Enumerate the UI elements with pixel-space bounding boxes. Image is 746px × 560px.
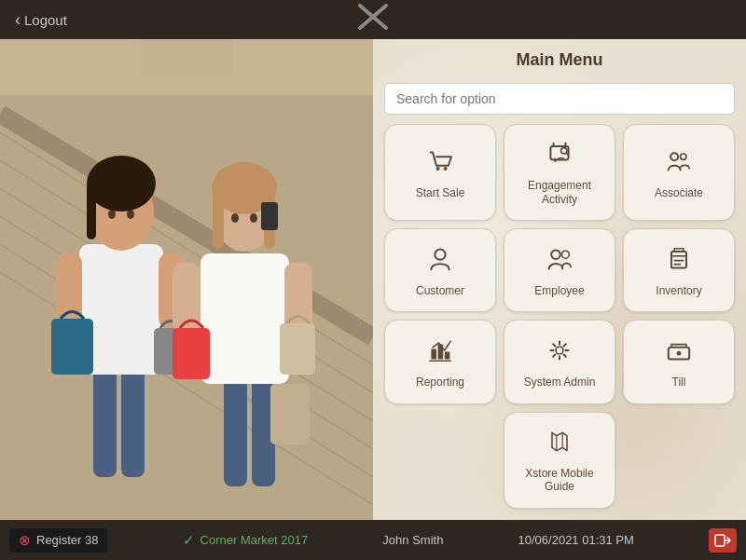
start-sale-label: Start Sale — [416, 186, 465, 199]
svg-rect-15 — [56, 253, 82, 328]
employee-icon — [545, 244, 574, 279]
top-bar: ‹ Logout — [0, 0, 746, 39]
main-menu-title: Main Menu — [384, 50, 735, 70]
inventory-button[interactable]: Inventory — [623, 228, 735, 312]
employee-button[interactable]: Employee — [504, 228, 615, 312]
register-label: Register 38 — [36, 533, 98, 547]
right-menu-panel: Main Menu Start Sale — [373, 39, 746, 520]
svg-point-45 — [435, 249, 445, 259]
associate-label: Associate — [655, 186, 703, 199]
app-logo — [356, 4, 390, 36]
register-status: ⊗ Register 38 — [9, 528, 107, 553]
mobile-guide-icon — [545, 427, 574, 461]
svg-point-18 — [87, 156, 156, 212]
reporting-button[interactable]: Reporting — [384, 320, 496, 403]
system-admin-label: System Admin — [524, 376, 596, 389]
back-chevron-icon: ‹ — [15, 10, 21, 30]
svg-rect-19 — [87, 184, 96, 239]
svg-rect-55 — [715, 535, 725, 546]
associate-button[interactable]: Associate — [623, 124, 735, 221]
svg-rect-12 — [93, 365, 117, 477]
engagement-icon — [545, 139, 574, 173]
svg-rect-22 — [51, 319, 93, 375]
system-admin-button[interactable]: System Admin — [504, 320, 615, 403]
svg-point-40 — [444, 167, 448, 171]
system-admin-icon — [545, 335, 574, 370]
store-label: Corner Market 2017 — [200, 533, 309, 547]
svg-point-46 — [551, 250, 560, 259]
svg-point-33 — [231, 213, 239, 223]
svg-rect-48 — [671, 252, 686, 268]
till-label: Till — [672, 376, 686, 389]
reporting-icon — [425, 335, 455, 370]
svg-rect-49 — [431, 348, 436, 359]
cashier-status: John Smith — [382, 533, 443, 547]
svg-rect-37 — [280, 323, 315, 375]
inventory-label: Inventory — [656, 284, 701, 297]
svg-rect-35 — [261, 202, 278, 230]
till-button[interactable]: Till — [623, 320, 735, 403]
svg-rect-31 — [213, 184, 224, 249]
svg-rect-24 — [224, 375, 247, 486]
svg-point-20 — [108, 210, 116, 219]
main-content: Main Menu Start Sale — [0, 39, 746, 520]
engagement-activity-label: Engagement Activity — [512, 179, 607, 206]
store-check-icon: ✓ — [183, 532, 195, 549]
menu-grid: Start Sale Engagement Activity — [384, 124, 735, 509]
svg-point-54 — [677, 351, 682, 356]
svg-rect-26 — [200, 253, 289, 384]
associate-icon — [664, 146, 694, 181]
xstore-mobile-label: Xstore Mobile Guide — [512, 467, 607, 494]
search-input[interactable] — [384, 83, 735, 115]
start-sale-button[interactable]: Start Sale — [384, 124, 496, 221]
inventory-icon — [664, 244, 694, 279]
svg-point-39 — [436, 167, 440, 171]
left-image-panel — [0, 39, 373, 520]
employee-label: Employee — [534, 284, 584, 297]
svg-point-21 — [127, 210, 134, 219]
register-error-icon: ⊗ — [19, 532, 31, 549]
svg-point-52 — [556, 347, 563, 354]
store-status: ✓ Corner Market 2017 — [183, 532, 309, 549]
xstore-mobile-button[interactable]: Xstore Mobile Guide — [504, 412, 615, 509]
svg-rect-38 — [270, 384, 310, 444]
reporting-label: Reporting — [416, 376, 464, 389]
status-bar: ⊗ Register 38 ✓ Corner Market 2017 John … — [0, 520, 746, 560]
svg-point-34 — [250, 213, 257, 223]
svg-rect-11 — [140, 39, 233, 76]
svg-rect-13 — [121, 365, 145, 477]
cart-icon — [425, 146, 455, 181]
datetime-status: 10/06/2021 01:31 PM — [518, 533, 634, 547]
svg-point-44 — [681, 154, 686, 159]
shopping-scene-image — [0, 39, 373, 520]
x-logo-icon — [356, 4, 390, 30]
customer-label: Customer — [416, 284, 464, 297]
logout-button[interactable]: ‹ Logout — [15, 10, 67, 30]
svg-point-43 — [670, 153, 678, 160]
svg-rect-51 — [445, 351, 450, 359]
logout-right-icon — [714, 534, 731, 547]
customer-icon — [425, 244, 455, 279]
customer-button[interactable]: Customer — [384, 228, 496, 312]
cashier-label: John Smith — [382, 533, 443, 547]
logout-label: Logout — [24, 12, 67, 28]
datetime-label: 10/06/2021 01:31 PM — [518, 533, 634, 547]
svg-rect-36 — [173, 328, 210, 379]
session-end-button[interactable] — [709, 528, 737, 553]
till-icon — [664, 335, 694, 370]
engagement-activity-button[interactable]: Engagement Activity — [504, 124, 615, 221]
svg-point-47 — [561, 251, 569, 258]
